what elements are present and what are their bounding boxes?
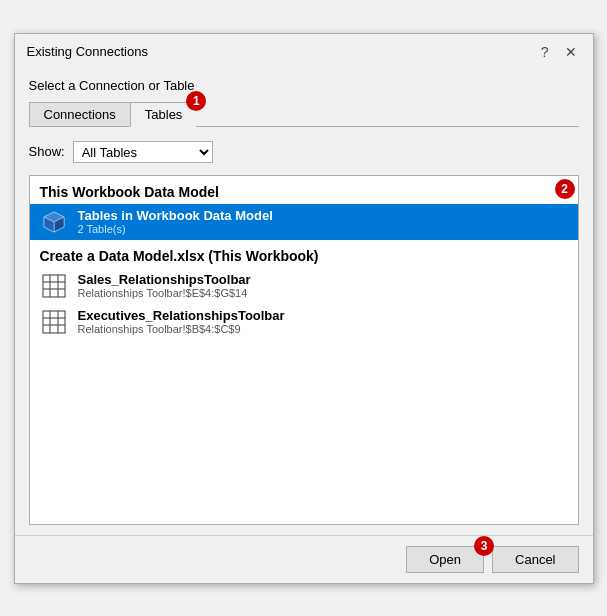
item-subtitle-tables-in-workbook: 2 Table(s) — [78, 223, 273, 235]
show-select[interactable]: All Tables This Workbook Connections — [73, 141, 213, 163]
select-label: Select a Connection or Table — [29, 78, 579, 93]
item-title-executives-toolbar: Executives_RelationshipsToolbar — [78, 308, 285, 323]
item-text-sales-toolbar: Sales_RelationshipsToolbar Relationships… — [78, 272, 251, 299]
list-item-tables-in-workbook[interactable]: Tables in Workbook Data Model 2 Table(s) — [30, 204, 578, 240]
list-item-executives-toolbar[interactable]: Executives_RelationshipsToolbar Relation… — [30, 304, 578, 340]
title-bar: Existing Connections ? ✕ — [15, 34, 593, 68]
svg-rect-9 — [43, 311, 65, 333]
dialog-body: Select a Connection or Table Connections… — [15, 68, 593, 535]
table-icon-sales — [40, 272, 68, 300]
existing-connections-dialog: Existing Connections ? ✕ Select a Connec… — [14, 33, 594, 584]
item-subtitle-executives-toolbar: Relationships Toolbar!$B$4:$C$9 — [78, 323, 285, 335]
item-title-tables-in-workbook: Tables in Workbook Data Model — [78, 208, 273, 223]
tab-connections[interactable]: Connections — [29, 102, 130, 127]
dialog-title: Existing Connections — [27, 44, 148, 59]
cube-icon — [40, 208, 68, 236]
svg-rect-4 — [43, 275, 65, 297]
item-subtitle-sales-toolbar: Relationships Toolbar!$E$4:$G$14 — [78, 287, 251, 299]
item-text-tables-in-workbook: Tables in Workbook Data Model 2 Table(s) — [78, 208, 273, 235]
annotation-badge-3: 3 — [474, 536, 494, 556]
show-label: Show: — [29, 144, 65, 159]
title-bar-controls: ? ✕ — [537, 42, 581, 62]
annotation-badge-2: 2 — [555, 179, 575, 199]
table-icon-executives — [40, 308, 68, 336]
list-item-sales-toolbar[interactable]: Sales_RelationshipsToolbar Relationships… — [30, 268, 578, 304]
dialog-footer: Open 3 Cancel — [15, 535, 593, 583]
section-header-workbook-data-model: This Workbook Data Model — [30, 176, 578, 204]
annotation-badge-1: 1 — [186, 91, 206, 111]
tab-tables-wrapper: Tables 1 — [130, 101, 197, 126]
show-row: Show: All Tables This Workbook Connectio… — [29, 135, 579, 167]
connections-list: This Workbook Data Model Tables in Wor — [29, 175, 579, 525]
open-button[interactable]: Open — [406, 546, 484, 573]
tabs-row: Connections Tables 1 — [29, 101, 579, 127]
help-button[interactable]: ? — [537, 42, 553, 62]
close-button[interactable]: ✕ — [561, 42, 581, 62]
connections-list-wrapper: 2 This Workbook Data Model — [29, 175, 579, 525]
cancel-button[interactable]: Cancel — [492, 546, 578, 573]
item-title-sales-toolbar: Sales_RelationshipsToolbar — [78, 272, 251, 287]
open-btn-wrapper: Open 3 — [406, 546, 484, 573]
item-text-executives-toolbar: Executives_RelationshipsToolbar Relation… — [78, 308, 285, 335]
section-header-create-data-model: Create a Data Model.xlsx (This Workbook) — [30, 240, 578, 268]
